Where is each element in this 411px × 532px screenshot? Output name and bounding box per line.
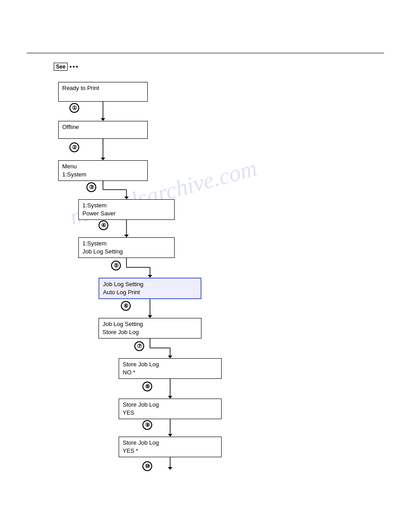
see-box: See — [54, 63, 68, 71]
c9: ⑨ — [142, 420, 152, 430]
box-offline: Offline — [58, 121, 148, 139]
dots: ••• — [69, 63, 79, 70]
box-system-powersaver: 1:System Power Saver — [78, 199, 175, 220]
top-rule — [27, 53, 384, 53]
page: See ••• manualsarchive.com Ready to Prin… — [0, 0, 411, 532]
c8: ⑧ — [142, 382, 152, 391]
c2: ② — [69, 142, 79, 152]
box-storejob-yesstar: Store Job Log YES * — [119, 437, 222, 457]
box-joblog-storejob: Job Log Setting Store Job Log — [98, 318, 201, 339]
c4: ④ — [98, 220, 108, 230]
c5: ⑤ — [111, 261, 121, 270]
box-joblog-autolog: Job Log Setting Auto Log Print — [98, 278, 201, 299]
c6: ⑥ — [121, 301, 131, 311]
box-menu: Menu 1:System — [58, 160, 148, 181]
box-ready: Ready to Print — [58, 82, 148, 102]
c1: ① — [69, 103, 79, 113]
c7: ⑦ — [134, 341, 144, 351]
c3: ③ — [86, 182, 96, 192]
box-storejob-yes: Store Job Log YES — [119, 399, 222, 419]
see-icon-area: See ••• — [54, 63, 79, 71]
box-storejob-no: Store Job Log NO * — [119, 358, 222, 379]
c10: ⑩ — [142, 461, 152, 471]
box-system-joblog: 1:SystemJob Log Setting — [78, 237, 175, 258]
svg-marker-25 — [168, 467, 172, 470]
